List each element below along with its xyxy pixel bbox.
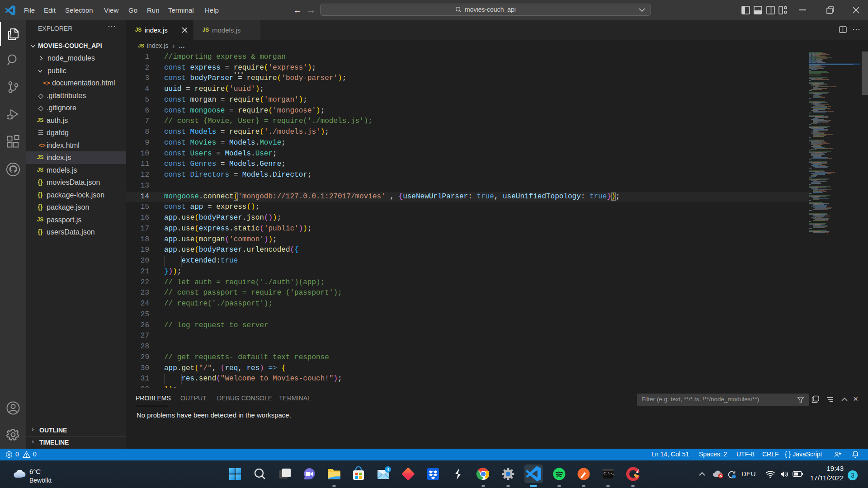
svg-text:4: 4 [387,467,389,472]
svg-text:C:\›_: C:\›_ [604,471,614,475]
